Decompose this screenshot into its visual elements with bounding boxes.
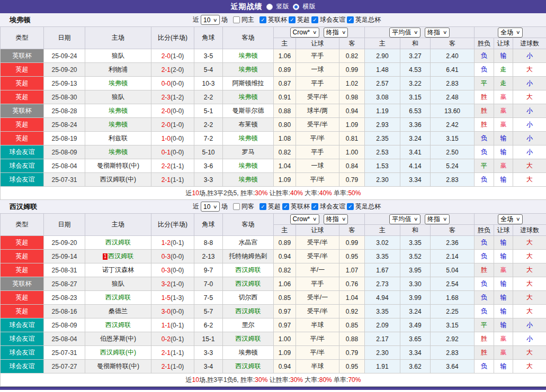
- result-goals: 小: [513, 332, 546, 346]
- match-date: 25-09-13: [44, 77, 85, 90]
- league-label[interactable]: 球会友谊: [320, 202, 345, 211]
- result-wdl: 负: [475, 291, 494, 305]
- match-type-badge: 球会友谊: [1, 360, 44, 373]
- result-goals: 大: [513, 263, 546, 277]
- match-date: 25-07-27: [44, 360, 85, 373]
- col-result-goals: 进球数: [513, 225, 546, 236]
- summary-stat-value: 30%: [290, 376, 303, 384]
- league-checkbox[interactable]: [347, 203, 354, 210]
- radio-horizontal-label[interactable]: 横版: [303, 2, 316, 11]
- match-score: 0-2(0-1): [151, 332, 194, 346]
- euro-time-select[interactable]: 终指 ∨: [425, 28, 450, 38]
- handicap-line: 受平/半: [296, 236, 339, 250]
- euro-draw-odds: 3.30: [400, 277, 431, 291]
- same-away-checkbox[interactable]: [233, 203, 240, 210]
- match-date: 25-08-27: [44, 277, 85, 291]
- matches-table: 类型 日期 主场 比分(半场) 角球 客场 Crow* ∨ 终指 ∨: [0, 26, 546, 200]
- col-handicap-home: 主: [274, 225, 296, 236]
- away-team: 埃弗顿: [223, 49, 274, 63]
- handicap-home-odds: 0.85: [274, 291, 296, 305]
- league-checkbox[interactable]: [311, 203, 318, 210]
- result-goals: 大: [513, 173, 546, 187]
- match-type-badge: 球会友谊: [1, 173, 44, 187]
- euro-away-odds: 5.04: [431, 263, 475, 277]
- league-label[interactable]: 英联杯: [268, 15, 287, 24]
- league-label[interactable]: 英超: [297, 15, 310, 24]
- handicap-source-select[interactable]: Crow* ∨: [290, 28, 319, 38]
- match-type-badge: 英超: [1, 132, 44, 145]
- league-checkbox[interactable]: [259, 16, 266, 23]
- match-date: 25-08-31: [44, 263, 85, 277]
- col-handicap-line: 让球: [296, 38, 339, 49]
- handicap-time-select[interactable]: 终指 ∨: [324, 28, 348, 38]
- match-date: 25-07-31: [44, 173, 85, 187]
- match-row: 英联杯25-09-24狼队2-0(1-0)3-5埃弗顿1.06平手0.822.9…: [1, 49, 546, 63]
- radio-horizontal-layout[interactable]: [293, 4, 299, 10]
- radio-vertical-layout[interactable]: [266, 4, 273, 10]
- handicap-away-odds: 0.98: [339, 90, 365, 104]
- same-home-checkbox[interactable]: [233, 16, 240, 23]
- handicap-time-value: 终指: [326, 215, 339, 224]
- match-row: 英超25-09-141西汉姆联0-3(0-0)2-13托特纳姆热刺0.94受平/…: [1, 250, 546, 263]
- away-team: 曼斯菲尔德: [223, 104, 274, 118]
- filter-bar: 西汉姆联 近 10 ∨ 场 同客 英超 英联杯 球会友谊 英足总杯: [0, 200, 546, 213]
- handicap-source-select[interactable]: Crow* ∨: [290, 214, 319, 224]
- col-date: 日期: [44, 214, 85, 236]
- handicap-time-select[interactable]: 终指 ∨: [324, 214, 348, 224]
- league-label[interactable]: 英联杯: [291, 202, 310, 211]
- handicap-line: 一球: [296, 63, 339, 77]
- league-label[interactable]: 英足总杯: [355, 15, 381, 24]
- euro-away-odds: 2.54: [431, 277, 475, 291]
- league-checkbox[interactable]: [282, 203, 289, 210]
- col-type: 类型: [1, 27, 44, 49]
- euro-source-select[interactable]: 平均值 ∨: [389, 28, 420, 38]
- match-type-badge: 英联杯: [1, 49, 44, 63]
- result-scope-select[interactable]: 全场 ∨: [498, 214, 523, 224]
- result-goals: 小: [513, 77, 546, 90]
- chevron-down-icon: ∨: [414, 30, 418, 35]
- handicap-line: 平/半: [296, 132, 339, 145]
- euro-draw-odds: 3.22: [400, 77, 431, 90]
- league-checkbox[interactable]: [347, 16, 354, 23]
- same-away-label[interactable]: 同客: [241, 202, 254, 211]
- home-team: 利兹联: [85, 132, 151, 145]
- same-home-label[interactable]: 同主: [241, 15, 254, 24]
- handicap-home-odds: 0.87: [274, 77, 296, 90]
- result-goals: 大: [513, 277, 546, 291]
- match-score: 0-0(0-0): [151, 77, 194, 90]
- match-date: 25-08-16: [44, 305, 85, 318]
- league-label[interactable]: 英超: [268, 202, 281, 211]
- league-label[interactable]: 英足总杯: [355, 202, 381, 211]
- match-count-select[interactable]: 10 ∨: [201, 202, 220, 212]
- league-label[interactable]: 球会友谊: [320, 15, 345, 24]
- euro-source-select[interactable]: 平均值 ∨: [389, 214, 420, 224]
- match-date: 25-09-20: [44, 63, 85, 77]
- match-row: 球会友谊25-07-27曼彻斯特联(中)2-1(1-0)3-4西汉姆联0.94半…: [1, 360, 546, 373]
- handicap-time-value: 终指: [326, 28, 339, 37]
- col-score: 比分(半场): [151, 214, 194, 236]
- euro-time-select[interactable]: 终指 ∨: [425, 214, 450, 224]
- summary-stat-value: 40%: [319, 189, 332, 197]
- handicap-home-odds: 1.09: [274, 346, 296, 360]
- result-handicap: 输: [494, 305, 513, 318]
- euro-away-odds: 3.64: [431, 360, 475, 373]
- match-score: 0-1(0-0): [151, 145, 194, 159]
- match-score: 2-1(1-1): [151, 346, 194, 360]
- euro-away-odds: 2.36: [431, 236, 475, 250]
- euro-home-odds: 2.73: [365, 277, 400, 291]
- result-handicap: 输: [494, 145, 513, 159]
- league-checkbox[interactable]: [259, 203, 266, 210]
- league-checkbox[interactable]: [311, 16, 318, 23]
- away-team: 西汉姆联: [223, 360, 274, 373]
- corner-count: 5-10: [194, 145, 223, 159]
- corner-count: 2-2: [194, 90, 223, 104]
- match-count-select[interactable]: 10 ∨: [201, 15, 220, 25]
- result-scope-select[interactable]: 全场 ∨: [498, 28, 523, 38]
- col-euro-draw: 和: [400, 225, 431, 236]
- home-team: 埃弗顿: [85, 118, 151, 132]
- radio-vertical-label[interactable]: 竖版: [276, 2, 289, 11]
- match-date: 25-08-04: [44, 332, 85, 346]
- league-checkbox[interactable]: [289, 16, 296, 23]
- handicap-away-odds: 0.88: [339, 332, 365, 346]
- handicap-home-odds: 1.06: [274, 277, 296, 291]
